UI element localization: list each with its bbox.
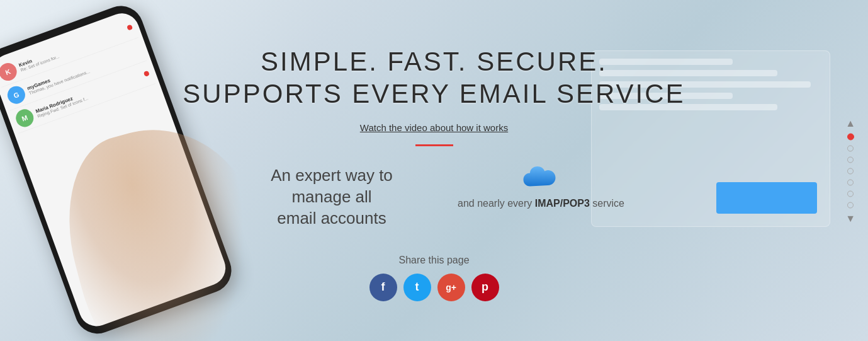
headline-line2: SUPPORTS EVERY EMAIL SERVICE [183, 78, 685, 110]
imap-text: and nearly every IMAP/POP3 service [458, 198, 624, 209]
nav-dot-6[interactable] [847, 190, 854, 197]
facebook-button[interactable]: f [369, 274, 397, 301]
video-link[interactable]: Watch the video about how it works [360, 122, 508, 133]
features-row: An expert way to manage all email accoun… [214, 165, 655, 229]
nav-dot-7[interactable] [847, 202, 854, 208]
nav-dots: ▲ ▼ [845, 118, 855, 223]
nav-dot-3[interactable] [847, 156, 854, 163]
social-buttons: f t g+ p [369, 274, 499, 301]
main-content: SIMPLE. FAST. SECURE. SUPPORTS EVERY EMA… [0, 0, 868, 341]
nav-up-arrow[interactable]: ▲ [845, 118, 855, 128]
feature-left: An expert way to manage all email accoun… [244, 165, 420, 229]
nav-down-arrow[interactable]: ▼ [845, 213, 855, 223]
share-section: Share this page f t g+ p [369, 255, 499, 301]
feature-right: and nearly every IMAP/POP3 service [458, 165, 624, 209]
pinterest-button[interactable]: p [471, 274, 499, 301]
twitter-icon: t [415, 280, 419, 294]
google-plus-button[interactable]: g+ [437, 274, 465, 301]
nav-dot-4[interactable] [847, 168, 854, 174]
feature-left-text: An expert way to manage all email accoun… [244, 165, 420, 229]
facebook-icon: f [381, 280, 385, 294]
share-label: Share this page [369, 255, 499, 266]
headline-line1: SIMPLE. FAST. SECURE. [183, 46, 685, 78]
twitter-button[interactable]: t [403, 274, 431, 301]
cloud-icon [522, 165, 560, 192]
nav-dot-5[interactable] [847, 179, 854, 185]
headline: SIMPLE. FAST. SECURE. SUPPORTS EVERY EMA… [183, 46, 685, 110]
red-divider [415, 144, 453, 146]
google-plus-icon: g+ [446, 282, 456, 292]
nav-dot-2[interactable] [847, 145, 854, 151]
pinterest-icon: p [482, 280, 488, 294]
nav-dot-1[interactable] [847, 133, 854, 140]
